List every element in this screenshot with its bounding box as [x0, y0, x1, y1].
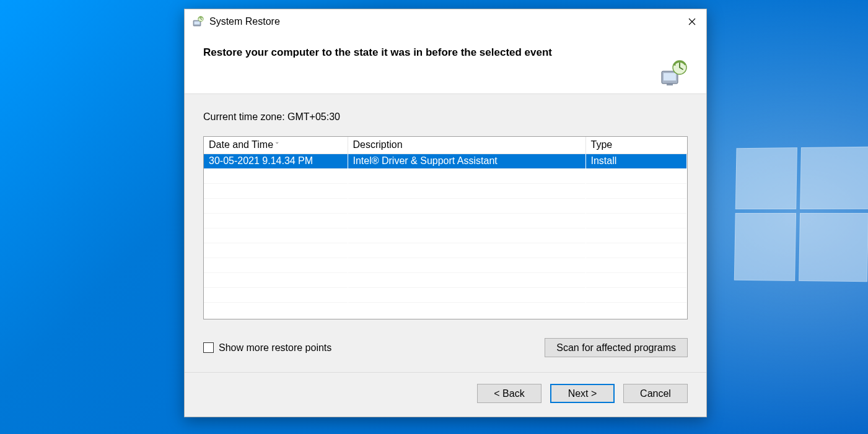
system-restore-large-icon	[659, 59, 689, 89]
close-button[interactable]	[678, 9, 706, 34]
back-button[interactable]: < Back	[477, 384, 541, 403]
show-more-restore-points-checkbox[interactable]: Show more restore points	[203, 342, 331, 354]
cell-type: Install	[585, 154, 687, 168]
window-title: System Restore	[209, 16, 280, 27]
table-row	[204, 213, 687, 228]
windows-logo-icon	[734, 147, 868, 282]
table-row	[204, 258, 687, 272]
system-restore-dialog: System Restore Restore your computer to …	[184, 9, 707, 417]
svg-rect-1	[195, 22, 200, 25]
cancel-button[interactable]: Cancel	[623, 384, 688, 403]
timezone-label: Current time zone: GMT+05:30	[203, 111, 688, 123]
scan-affected-programs-button[interactable]: Scan for affected programs	[545, 338, 688, 357]
column-header-description[interactable]: Description	[348, 137, 585, 154]
desktop-background: System Restore Restore your computer to …	[0, 0, 868, 434]
column-header-date[interactable]: Date and Time⌄	[204, 137, 348, 154]
show-more-label: Show more restore points	[219, 342, 331, 354]
svg-rect-5	[664, 73, 676, 80]
titlebar: System Restore	[185, 9, 706, 34]
table-row	[204, 243, 687, 258]
table-row	[204, 272, 687, 287]
table-row	[204, 183, 687, 198]
column-header-type[interactable]: Type	[585, 137, 687, 154]
body-section: Current time zone: GMT+05:30 Date and Ti…	[185, 93, 706, 372]
checkbox-icon	[203, 342, 214, 353]
cell-description: Intel® Driver & Support Assistant	[348, 154, 585, 168]
sort-descending-icon: ⌄	[274, 138, 279, 145]
table-row	[204, 198, 687, 213]
footer-section: < Back Next > Cancel	[185, 372, 706, 417]
system-restore-app-icon	[192, 15, 204, 28]
cell-date: 30-05-2021 9.14.34 PM	[204, 154, 348, 168]
svg-rect-6	[667, 84, 673, 85]
table-header-row: Date and Time⌄ Description Type	[204, 137, 687, 154]
table-row	[204, 302, 687, 317]
column-header-date-label: Date and Time	[209, 139, 273, 150]
table-row	[204, 168, 687, 183]
header-section: Restore your computer to the state it wa…	[185, 34, 706, 93]
close-icon	[688, 18, 696, 25]
table-row	[204, 228, 687, 243]
restore-points-table[interactable]: Date and Time⌄ Description Type 30-05-20…	[203, 136, 688, 319]
below-table-row: Show more restore points Scan for affect…	[203, 338, 688, 357]
next-button[interactable]: Next >	[550, 384, 615, 403]
table-row	[204, 287, 687, 302]
page-heading: Restore your computer to the state it wa…	[203, 45, 688, 59]
table-row[interactable]: 30-05-2021 9.14.34 PM Intel® Driver & Su…	[204, 154, 687, 168]
